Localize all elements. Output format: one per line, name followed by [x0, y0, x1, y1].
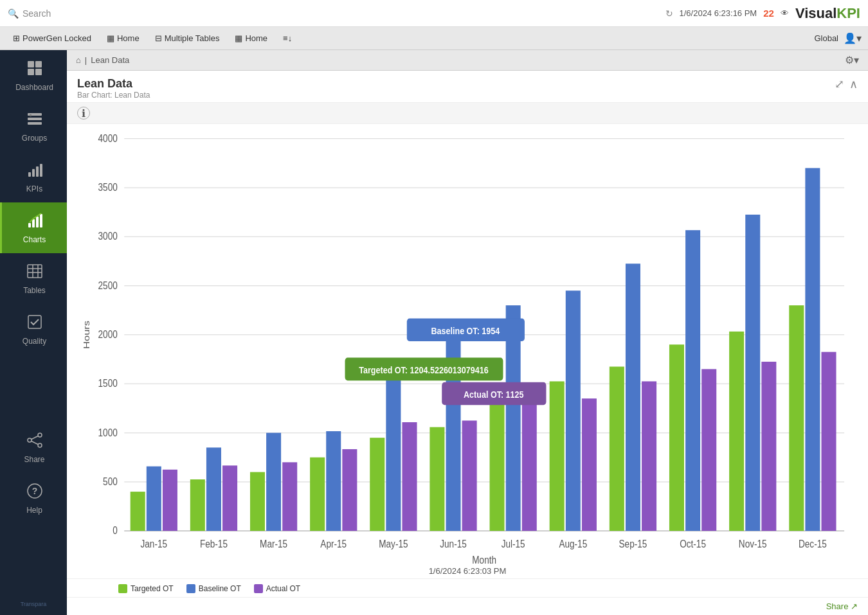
navbar-home1[interactable]: ▦ Home	[100, 31, 146, 46]
bar-jun-targeted	[429, 427, 444, 531]
search-bar[interactable]: 🔍 Search	[8, 8, 658, 19]
navbar: ⊞ PowerGen Locked ▦ Home ⊟ Multiple Tabl…	[0, 27, 868, 50]
sidebar-item-help[interactable]: ? Help	[0, 473, 67, 524]
bar-apr-actual	[342, 449, 357, 531]
chart-title: Lean Data	[77, 77, 150, 91]
charts-icon	[26, 211, 44, 233]
svg-text:Hours: Hours	[81, 320, 91, 349]
sidebar-item-dashboard[interactable]: Dashboard	[0, 50, 67, 101]
share-footer[interactable]: Share ↗	[67, 597, 868, 615]
targeted-label: Targeted OT	[131, 584, 174, 593]
svg-text:Aug-15: Aug-15	[559, 537, 587, 549]
bar-may-actual	[402, 422, 417, 531]
svg-rect-3	[35, 69, 42, 75]
chart-legend: Targeted OT Baseline OT Actual OT	[67, 578, 868, 597]
svg-text:Apr-15: Apr-15	[320, 537, 347, 549]
transpara-text: Transpara	[21, 601, 47, 607]
bar-nov-targeted	[729, 332, 744, 531]
svg-text:1000: 1000	[98, 426, 118, 438]
bar-may-targeted	[370, 438, 384, 531]
svg-text:3500: 3500	[98, 181, 118, 193]
bar-mar-baseline	[266, 433, 281, 531]
transpara-logo: Transpara	[21, 591, 47, 615]
alert-count[interactable]: 22	[763, 8, 774, 19]
sidebar-item-groups[interactable]: Groups	[0, 101, 67, 152]
main-content: ⌂ | Lean Data ⚙▾ Lean Data Bar Chart: Le…	[67, 50, 868, 615]
svg-rect-0	[28, 61, 34, 67]
sidebar-item-quality[interactable]: Quality	[0, 304, 67, 355]
bar-nov-baseline	[745, 215, 760, 531]
collapse-icon[interactable]: ∧	[849, 77, 858, 91]
svg-text:Mar-15: Mar-15	[260, 537, 287, 549]
bar-sep-baseline	[626, 263, 640, 531]
baseline-label: Baseline OT	[199, 584, 241, 593]
share-footer-label[interactable]: Share ↗	[826, 602, 858, 611]
info-bar: ℹ	[67, 103, 868, 124]
bar-feb-targeted	[190, 479, 205, 531]
layout: Dashboard Groups	[0, 50, 868, 615]
home2-icon: ▦	[235, 33, 242, 43]
svg-point-24	[38, 443, 42, 447]
home1-label: Home	[117, 33, 140, 43]
navbar-home2[interactable]: ▦ Home	[228, 31, 274, 46]
bar-sep-actual	[642, 381, 656, 531]
topbar: 🔍 Search ↻ 1/6/2024 6:23:16 PM 22 👁 Visu…	[0, 0, 868, 27]
quality-icon	[26, 313, 44, 335]
svg-line-25	[32, 436, 38, 439]
svg-text:2500: 2500	[98, 279, 118, 291]
bar-oct-targeted	[669, 344, 684, 531]
bar-nov-actual	[761, 362, 776, 531]
navbar-multiple-tables[interactable]: ⊟ Multiple Tables	[149, 31, 226, 46]
chart-timestamp: 1/6/2024 6:23:03 PM	[77, 564, 858, 578]
svg-text:1500: 1500	[98, 377, 118, 389]
sidebar: Dashboard Groups	[0, 50, 67, 615]
bar-aug-actual	[582, 398, 597, 531]
user-icon[interactable]: 👤▾	[844, 32, 862, 44]
bar-jun-actual	[462, 420, 477, 531]
breadcrumb-separator: |	[85, 55, 87, 65]
powergen-icon: ⊞	[13, 33, 20, 43]
chart-inner: .axis-label { font-family: Arial, sans-s…	[77, 130, 858, 564]
svg-rect-6	[28, 122, 42, 125]
share-label: Share	[24, 455, 44, 464]
quality-label: Quality	[23, 337, 46, 346]
global-label[interactable]: Global	[814, 33, 838, 43]
topbar-right: ↻ 1/6/2024 6:23:16 PM 22 👁 VisualKPI	[665, 5, 861, 22]
svg-text:Month: Month	[472, 554, 496, 564]
chart-svg: .axis-label { font-family: Arial, sans-s…	[77, 130, 858, 564]
svg-rect-10	[36, 166, 39, 177]
logo-text: Visual	[795, 5, 836, 21]
legend-baseline: Baseline OT	[186, 584, 241, 593]
sidebar-item-share[interactable]: Share	[0, 422, 67, 473]
home-breadcrumb-icon[interactable]: ⌂	[76, 55, 81, 65]
bar-feb-actual	[222, 465, 237, 531]
expand-icon[interactable]: ⤢	[835, 77, 844, 91]
search-icon: 🔍	[8, 8, 19, 19]
svg-rect-1	[35, 61, 42, 67]
help-label: Help	[26, 506, 42, 515]
svg-text:Targeted OT: 1204.522601307941: Targeted OT: 1204.5226013079416	[359, 364, 489, 375]
chart-section: Lean Data Bar Chart: Lean Data ⤢ ∧ ℹ	[67, 71, 868, 615]
svg-text:Jun-15: Jun-15	[440, 537, 467, 549]
svg-rect-8	[28, 172, 31, 177]
sidebar-item-charts[interactable]: Charts	[0, 202, 67, 253]
navbar-powergen[interactable]: ⊞ PowerGen Locked	[6, 31, 98, 46]
refresh-icon[interactable]: ↻	[665, 8, 673, 19]
navbar-sort[interactable]: ≡↓	[276, 31, 298, 46]
bar-aug-targeted	[550, 381, 565, 531]
svg-point-23	[28, 438, 32, 442]
sidebar-item-tables[interactable]: Tables	[0, 253, 67, 304]
gear-icon[interactable]: ⚙▾	[845, 54, 859, 66]
bar-jul-actual	[522, 401, 537, 531]
legend-actual: Actual OT	[254, 584, 300, 593]
sidebar-item-kpis[interactable]: KPIs	[0, 152, 67, 202]
search-placeholder: Search	[23, 8, 51, 19]
tables-label: Tables	[23, 286, 46, 295]
bar-jan-targeted	[131, 492, 145, 531]
info-icon[interactable]: ℹ	[77, 107, 90, 120]
svg-rect-14	[36, 217, 39, 227]
bar-mar-targeted	[250, 472, 265, 531]
svg-text:2000: 2000	[98, 328, 118, 341]
bar-feb-baseline	[206, 447, 221, 531]
breadcrumb: ⌂ | Lean Data ⚙▾	[67, 50, 868, 71]
